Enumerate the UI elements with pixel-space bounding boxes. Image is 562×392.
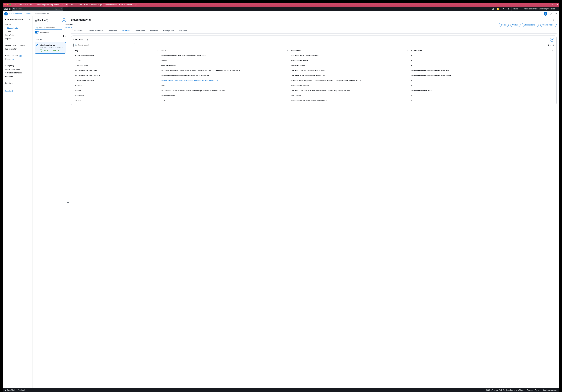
nav-exports[interactable]: Exports [3,37,33,40]
page-number: 1 [63,35,64,37]
minimize-window-button[interactable] [7,4,9,5]
stack-filter-input[interactable] [39,27,61,29]
output-value-link[interactable]: attach-LoadB-cxSBVufhtM5S-39311217.eu-we… [161,80,218,82]
nav-public-extensions[interactable]: Public extensions [3,67,33,71]
cell-description: The ARN of the IAM Role attached to the … [290,88,410,93]
nav-stacksets[interactable]: StackSets [3,33,33,37]
view-nested-toggle[interactable] [35,31,39,34]
nav-spotlight[interactable]: Spotlight [3,81,33,85]
cookie-preferences-link[interactable]: Cookie preferences [542,389,557,391]
breadcrumb-current: attachmentav-api [35,12,49,15]
tab-outputs[interactable]: Outputs [120,28,132,33]
nav-publisher[interactable]: Publisher [3,75,33,78]
cell-key: FulfillmentOption [73,63,160,68]
outputs-page-number: 1 [548,44,549,46]
refresh-icon[interactable]: ⟳ [554,12,558,15]
outputs-refresh-button[interactable]: ⟳ [550,38,554,42]
browser-menu-button[interactable]: ≡ [555,3,559,6]
search-shortcut-hint: [Option+S] [55,8,62,10]
breadcrumb-link[interactable]: CloudFormation [9,12,23,15]
cell-key: AutoScalingGroupName [73,53,160,58]
col-value[interactable]: Value▽ [160,48,290,53]
view-nested-label: View nested [40,31,49,33]
col-export-name[interactable]: Export name▽ [410,48,554,53]
tab-git-sync[interactable]: Git sync [177,28,189,33]
tab-events[interactable]: Events - updated [85,28,105,33]
tab-change-sets[interactable]: Change sets [161,28,177,33]
nav-infrastructure-composer[interactable]: Infrastructure Composer [3,44,33,47]
breadcrumb-link[interactable]: Stacks [26,12,32,15]
cell-value: sophos [160,58,290,63]
global-search[interactable]: 🔍 [Option+S] [12,7,63,11]
prev-page-button[interactable]: ‹ [61,35,61,37]
delete-button[interactable]: Delete [499,23,509,27]
create-stack-button[interactable]: Create stack▾ [540,23,557,27]
forward-button[interactable]: › [15,4,16,6]
filter-status-select[interactable]: Active [64,26,73,30]
next-page-button[interactable]: › [65,35,66,37]
expand-pane-icon[interactable]: › [556,19,557,21]
aws-logo[interactable]: aws [4,8,8,10]
back-button[interactable]: ‹ [14,4,14,6]
nav-drifts[interactable]: Drifts [3,30,33,33]
region-selector[interactable]: Ireland ▾ [511,7,521,11]
cloudshell-link[interactable]: CloudShell [5,389,15,391]
maximize-window-button[interactable] [10,4,11,5]
nav-hooks-overview[interactable]: Hooks overviewNew [3,54,33,57]
refresh-button[interactable]: ⟳ [62,18,66,22]
cell-export-name: - [410,98,554,103]
cloudshell-icon[interactable]: ▣ [491,8,495,10]
outputs-prev-page[interactable]: ‹ [546,44,546,46]
outputs-search[interactable]: 🔍 [73,43,135,47]
browser-tab[interactable]: CloudFormation - Stack attachmentav-api [103,3,139,7]
stack-filter-input-wrap[interactable]: 🔍 [35,26,62,30]
footer-feedback-link[interactable]: Feedback [17,389,25,391]
toggle-nav-button[interactable]: ≡ [4,12,8,15]
update-button[interactable]: Update [510,23,520,27]
services-menu-icon[interactable]: ▦ [9,8,11,10]
stack-detail-pane: attachmentav-api ⚙ › Delete Update Stack… [68,16,559,388]
collapse-icon[interactable]: ▣ [35,19,37,22]
stack-radio-selected[interactable] [36,44,38,46]
outputs-settings-icon[interactable]: ⚙ [552,44,554,46]
nav-section-registry[interactable]: Registry [3,64,33,67]
help-icon[interactable]: ❔ [501,8,505,10]
outputs-table: Key▲ Value▽ Description▽ Export name▽ Au… [73,48,554,103]
terms-link[interactable]: Terms [535,389,540,391]
info-icon[interactable]: ⓘ [549,12,552,15]
outputs-search-input[interactable] [78,44,134,46]
new-tab-button[interactable]: ＋ [550,3,555,6]
filter-status-label: Filter status [64,24,73,25]
table-row: AutoScalingGroupNameattachmentav-api-Sca… [73,53,554,58]
global-search-input[interactable] [16,8,54,10]
col-description[interactable]: Description▽ [290,48,410,53]
cell-export-name: - [410,53,554,58]
pane-splitter-handle[interactable]: ▮▮ [67,202,69,203]
nav-stacks[interactable]: Stacks [3,23,33,26]
notifications-icon[interactable]: 🔔 [496,8,500,10]
cell-key: RoleArn [73,88,160,93]
nav-hooks[interactable]: HooksNew [3,57,33,61]
account-selector[interactable]: AdministratorAccess/andreas@widdix.de ▾ [522,7,558,11]
nav-stack-details[interactable]: Stack details [3,26,33,30]
detail-tabs: Stack info Events - updated Resources Ou… [71,28,557,34]
nav-activated-extensions[interactable]: Activated extensions [3,71,33,75]
settings-icon[interactable]: ⚙ [506,8,510,10]
nav-iac-generator[interactable]: IaC generator [3,47,33,51]
outputs-next-page[interactable]: › [550,44,551,46]
col-key[interactable]: Key▲ [73,48,160,53]
stack-detail-title: attachmentav-api [71,18,92,21]
help-panel-icon[interactable]: ▤ [544,12,547,16]
tab-template[interactable]: Template [147,28,161,33]
table-row: StackNameattachmentav-apiStack name.- [73,93,554,98]
close-window-button[interactable] [4,4,6,5]
privacy-link[interactable]: Privacy [527,389,533,391]
browser-tab-active[interactable]: CloudFormation - Stack attachmentav-api [68,3,103,7]
tab-resources[interactable]: Resources [105,28,120,33]
stack-list-item[interactable]: attachmentav-api 2024-12-11 15:02:01 UTC… [35,42,66,54]
tab-parameters[interactable]: Parameters [132,28,147,33]
collapse-nav-icon[interactable]: ‹ [29,18,30,21]
browser-tab[interactable]: AWS Marketplace: attachmentAV powered by… [17,3,68,7]
nav-feedback[interactable]: Feedback [3,89,33,93]
stack-actions-button[interactable]: Stack actions▾ [522,23,539,27]
